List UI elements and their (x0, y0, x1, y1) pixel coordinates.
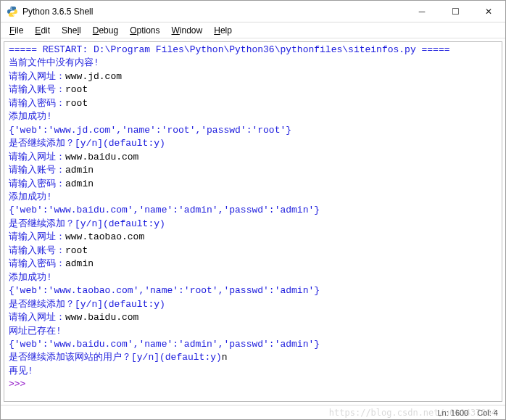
output-line: 再见! (9, 365, 497, 378)
prompt-text: 请输入密码： (9, 98, 65, 109)
output-line: {'web':'www.taobao.com','name':'root','p… (9, 284, 497, 297)
output-line: 请输入网址：www.baidu.com (9, 311, 497, 324)
prompt-text: 请输入网址： (9, 152, 65, 162)
output-line: 请输入账号：root (9, 83, 497, 96)
user-input: n (222, 352, 228, 363)
output-line: 请输入密码：root (9, 97, 497, 110)
user-input: www.baidu.com (65, 312, 138, 323)
menu-window[interactable]: Window (167, 25, 207, 36)
user-input: root (65, 245, 88, 256)
output-line: 请输入网址：www.baidu.com (9, 151, 497, 164)
output-line: 是否继续添加？[y/n](default:y) (9, 218, 497, 231)
user-input: admin (65, 178, 94, 189)
menu-shell[interactable]: Shell (57, 25, 86, 36)
user-input: admin (65, 165, 94, 176)
python-shell-window: Python 3.6.5 Shell ─ ☐ ✕ File Edit Shell… (0, 0, 506, 420)
prompt-text: 请输入账号： (9, 245, 65, 256)
status-line: Ln: 1600 (437, 408, 468, 417)
user-input: www.taobao.com (65, 231, 144, 242)
titlebar[interactable]: Python 3.6.5 Shell ─ ☐ ✕ (1, 1, 505, 22)
menu-options[interactable]: Options (125, 25, 164, 36)
svg-point-1 (13, 15, 14, 15)
window-title: Python 3.6.5 Shell (22, 7, 405, 17)
menu-file[interactable]: File (5, 25, 28, 36)
maximize-button[interactable]: ☐ (439, 1, 472, 22)
prompt-text: 请输入密码： (9, 258, 65, 269)
prompt-text: 请输入密码： (9, 178, 65, 189)
user-input: root (65, 84, 88, 95)
svg-point-0 (10, 7, 11, 8)
minimize-button[interactable]: ─ (405, 1, 439, 22)
menu-help[interactable]: Help (210, 25, 236, 36)
output-line: 添加成功! (9, 191, 497, 204)
menubar: File Edit Shell Debug Options Window Hel… (1, 22, 505, 38)
output-line: ===== RESTART: D:\Program Files\Python\P… (9, 44, 497, 57)
prompt-text: 请输入网址： (9, 312, 65, 323)
user-input: www.baidu.com (65, 152, 138, 162)
status-col: Col: 4 (477, 408, 498, 417)
python-icon (7, 6, 18, 17)
prompt-text: 是否继续添加该网站的用户？[y/n](default:y) (9, 352, 222, 363)
output-line: >>> (9, 378, 497, 391)
output-line: 是否继续添加？[y/n](default:y) (9, 137, 497, 150)
user-input: www.jd.com (65, 71, 122, 82)
output-line: 请输入账号：admin (9, 164, 497, 177)
output-line: 请输入账号：root (9, 244, 497, 258)
statusbar: https://blog.csdn.net/u011437004 Ln: 160… (1, 405, 505, 419)
output-line: 请输入密码：admin (9, 178, 497, 191)
window-controls: ─ ☐ ✕ (405, 1, 505, 22)
prompt-text: 请输入账号： (9, 84, 65, 95)
output-line: 请输入网址：www.jd.com (9, 70, 497, 83)
close-button[interactable]: ✕ (472, 1, 505, 22)
output-line: {'web':'www.baidu.com','name':'admin','p… (9, 204, 497, 217)
menu-debug[interactable]: Debug (88, 25, 123, 36)
output-line: 是否继续添加该网站的用户？[y/n](default:y)n (9, 351, 497, 364)
user-input: admin (65, 258, 94, 269)
prompt-text: 请输入网址： (9, 71, 65, 82)
output-line: 网址已存在! (9, 325, 497, 338)
output-line: 是否继续添加？[y/n](default:y) (9, 298, 497, 311)
output-line: 添加成功! (9, 271, 497, 284)
prompt-text: 请输入网址： (9, 231, 65, 242)
menu-edit[interactable]: Edit (30, 25, 54, 36)
output-line: 请输入网址：www.taobao.com (9, 231, 497, 244)
output-line: 添加成功! (9, 110, 497, 123)
shell-output[interactable]: ===== RESTART: D:\Program Files\Python\P… (4, 41, 502, 402)
output-line: {'web':'www.jd.com','name':'root','passw… (9, 124, 497, 137)
output-line: 当前文件中没有内容! (9, 57, 497, 70)
watermark: https://blog.csdn.net/u011437004 (329, 408, 497, 418)
output-line: {'web':'www.baidu.com','name':'admin','p… (9, 338, 497, 351)
user-input: root (65, 98, 88, 109)
output-line: 请输入密码：admin (9, 258, 497, 271)
prompt-text: 请输入账号： (9, 165, 65, 176)
